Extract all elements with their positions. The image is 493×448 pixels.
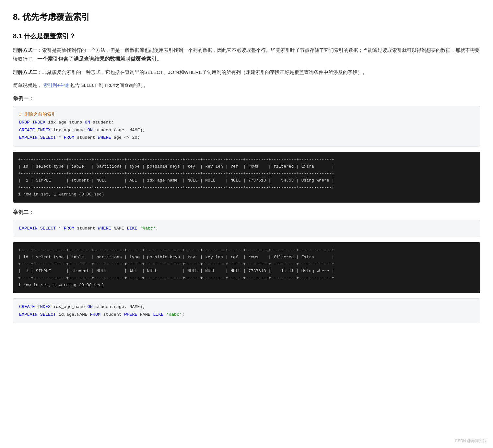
terminal2: +----+-------------+---------+----------… xyxy=(13,242,480,293)
example1-code-block: # 删除之前的索引 DROP INDEX idx_age_stuno ON st… xyxy=(13,106,480,147)
summary-line: 简单说就是， 索引列+主键 包含 SELECT 到 FROM之间查询的列 。 xyxy=(13,81,480,89)
example2-code-block2: CREATE INDEX idx_age_name ON student(age… xyxy=(13,298,480,323)
main-title: 8. 优先考虑覆盖索引 xyxy=(13,10,480,24)
para1-bold: 理解方式一 xyxy=(13,47,37,53)
example1-label: 举例一： xyxy=(13,94,480,103)
terminal1: +----+-------------+---------+----------… xyxy=(13,152,480,203)
example2-label: 举例二： xyxy=(13,208,480,217)
para2: 理解方式二：非聚簇复合索引的一种形式，它包括在查询里的SELECT、JOIN和W… xyxy=(13,68,480,77)
example2-code-block: EXPLAIN SELECT * FROM student WHERE NAME… xyxy=(13,220,480,237)
para2-bold: 理解方式二 xyxy=(13,69,37,75)
section-title: 8.1 什么是覆盖索引？ xyxy=(13,30,480,41)
para1: 理解方式一：索引是高效找到行的一个方法，但是一般数据库也能使用索引找到一个列的数… xyxy=(13,46,480,64)
